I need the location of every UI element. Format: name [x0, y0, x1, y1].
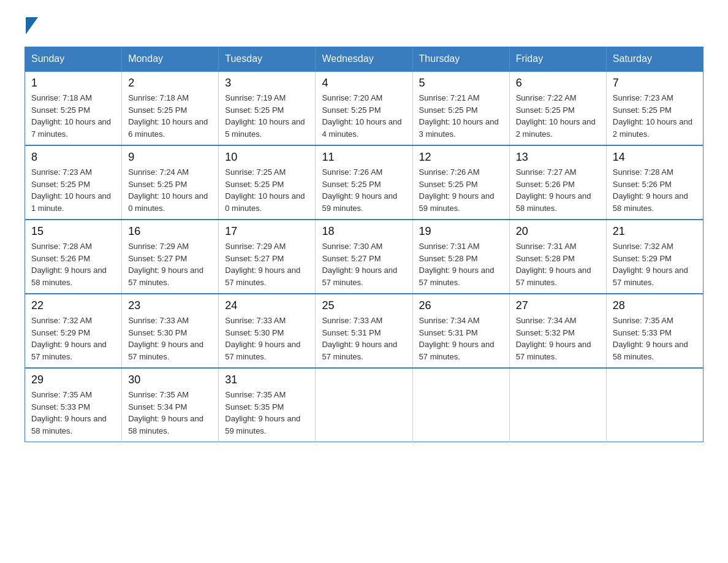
day-cell: 16Sunrise: 7:29 AMSunset: 5:27 PMDayligh… [122, 220, 219, 294]
day-info: Sunrise: 7:35 AMSunset: 5:33 PMDaylight:… [613, 315, 697, 362]
day-number: 31 [225, 373, 309, 386]
day-info: Sunrise: 7:27 AMSunset: 5:26 PMDaylight:… [516, 166, 600, 214]
day-number: 4 [322, 77, 406, 90]
day-cell: 8Sunrise: 7:23 AMSunset: 5:25 PMDaylight… [25, 145, 122, 220]
day-number: 21 [613, 225, 697, 238]
day-cell: 29Sunrise: 7:35 AMSunset: 5:33 PMDayligh… [25, 368, 122, 442]
day-cell: 23Sunrise: 7:33 AMSunset: 5:30 PMDayligh… [122, 294, 219, 368]
day-cell: 10Sunrise: 7:25 AMSunset: 5:25 PMDayligh… [219, 145, 316, 220]
day-number: 11 [322, 151, 406, 164]
day-number: 10 [225, 151, 309, 164]
day-cell: 9Sunrise: 7:24 AMSunset: 5:25 PMDaylight… [122, 145, 219, 220]
week-row-4: 22Sunrise: 7:32 AMSunset: 5:29 PMDayligh… [25, 294, 703, 368]
day-cell [606, 368, 703, 442]
day-cell: 12Sunrise: 7:26 AMSunset: 5:25 PMDayligh… [412, 145, 509, 220]
day-info: Sunrise: 7:28 AMSunset: 5:26 PMDaylight:… [31, 240, 115, 288]
day-cell: 13Sunrise: 7:27 AMSunset: 5:26 PMDayligh… [509, 145, 606, 220]
day-number: 16 [128, 225, 212, 238]
header-sunday: Sunday [25, 47, 122, 72]
header-thursday: Thursday [412, 47, 509, 72]
page-header [25, 18, 703, 34]
day-cell: 1Sunrise: 7:18 AMSunset: 5:25 PMDaylight… [25, 71, 122, 145]
week-row-1: 1Sunrise: 7:18 AMSunset: 5:25 PMDaylight… [25, 71, 703, 145]
day-info: Sunrise: 7:31 AMSunset: 5:28 PMDaylight:… [419, 240, 503, 288]
logo-triangle-icon [26, 17, 38, 34]
logo [25, 18, 38, 34]
day-number: 1 [31, 77, 115, 90]
day-cell: 25Sunrise: 7:33 AMSunset: 5:31 PMDayligh… [316, 294, 412, 368]
day-cell: 21Sunrise: 7:32 AMSunset: 5:29 PMDayligh… [606, 220, 703, 294]
day-number: 12 [419, 151, 503, 164]
day-info: Sunrise: 7:18 AMSunset: 5:25 PMDaylight:… [128, 92, 212, 140]
header-tuesday: Tuesday [219, 47, 316, 72]
day-cell: 20Sunrise: 7:31 AMSunset: 5:28 PMDayligh… [509, 220, 606, 294]
day-number: 24 [225, 299, 309, 312]
day-number: 23 [128, 299, 212, 312]
day-info: Sunrise: 7:19 AMSunset: 5:25 PMDaylight:… [225, 92, 309, 140]
header-monday: Monday [122, 47, 219, 72]
week-row-2: 8Sunrise: 7:23 AMSunset: 5:25 PMDaylight… [25, 145, 703, 220]
day-info: Sunrise: 7:33 AMSunset: 5:30 PMDaylight:… [128, 315, 212, 362]
day-number: 28 [613, 299, 697, 312]
day-info: Sunrise: 7:35 AMSunset: 5:34 PMDaylight:… [128, 389, 212, 437]
day-number: 26 [419, 299, 503, 312]
header-friday: Friday [509, 47, 606, 72]
day-number: 6 [516, 77, 600, 90]
day-cell [316, 368, 412, 442]
day-number: 29 [31, 373, 115, 386]
day-info: Sunrise: 7:25 AMSunset: 5:25 PMDaylight:… [225, 166, 309, 214]
day-info: Sunrise: 7:31 AMSunset: 5:28 PMDaylight:… [516, 240, 600, 288]
day-number: 19 [419, 225, 503, 238]
day-cell: 30Sunrise: 7:35 AMSunset: 5:34 PMDayligh… [122, 368, 219, 442]
day-number: 17 [225, 225, 309, 238]
day-cell: 24Sunrise: 7:33 AMSunset: 5:30 PMDayligh… [219, 294, 316, 368]
day-info: Sunrise: 7:23 AMSunset: 5:25 PMDaylight:… [31, 166, 115, 214]
day-info: Sunrise: 7:32 AMSunset: 5:29 PMDaylight:… [613, 240, 697, 288]
day-cell: 4Sunrise: 7:20 AMSunset: 5:25 PMDaylight… [316, 71, 412, 145]
svg-marker-0 [26, 17, 38, 34]
day-cell: 18Sunrise: 7:30 AMSunset: 5:27 PMDayligh… [316, 220, 412, 294]
day-cell: 3Sunrise: 7:19 AMSunset: 5:25 PMDaylight… [219, 71, 316, 145]
day-info: Sunrise: 7:20 AMSunset: 5:25 PMDaylight:… [322, 92, 406, 140]
day-cell: 5Sunrise: 7:21 AMSunset: 5:25 PMDaylight… [412, 71, 509, 145]
day-info: Sunrise: 7:29 AMSunset: 5:27 PMDaylight:… [225, 240, 309, 288]
day-info: Sunrise: 7:35 AMSunset: 5:33 PMDaylight:… [31, 389, 115, 437]
day-info: Sunrise: 7:34 AMSunset: 5:32 PMDaylight:… [516, 315, 600, 362]
day-info: Sunrise: 7:26 AMSunset: 5:25 PMDaylight:… [322, 166, 406, 214]
day-number: 25 [322, 299, 406, 312]
day-number: 3 [225, 77, 309, 90]
day-number: 30 [128, 373, 212, 386]
day-info: Sunrise: 7:21 AMSunset: 5:25 PMDaylight:… [419, 92, 503, 140]
day-number: 27 [516, 299, 600, 312]
day-info: Sunrise: 7:30 AMSunset: 5:27 PMDaylight:… [322, 240, 406, 288]
day-cell: 7Sunrise: 7:23 AMSunset: 5:25 PMDaylight… [606, 71, 703, 145]
day-cell: 11Sunrise: 7:26 AMSunset: 5:25 PMDayligh… [316, 145, 412, 220]
day-info: Sunrise: 7:26 AMSunset: 5:25 PMDaylight:… [419, 166, 503, 214]
day-cell: 17Sunrise: 7:29 AMSunset: 5:27 PMDayligh… [219, 220, 316, 294]
day-number: 22 [31, 299, 115, 312]
header-saturday: Saturday [606, 47, 703, 72]
day-cell: 15Sunrise: 7:28 AMSunset: 5:26 PMDayligh… [25, 220, 122, 294]
day-number: 5 [419, 77, 503, 90]
day-info: Sunrise: 7:34 AMSunset: 5:31 PMDaylight:… [419, 315, 503, 362]
day-cell: 6Sunrise: 7:22 AMSunset: 5:25 PMDaylight… [509, 71, 606, 145]
day-cell: 28Sunrise: 7:35 AMSunset: 5:33 PMDayligh… [606, 294, 703, 368]
day-info: Sunrise: 7:18 AMSunset: 5:25 PMDaylight:… [31, 92, 115, 140]
day-number: 9 [128, 151, 212, 164]
day-cell: 14Sunrise: 7:28 AMSunset: 5:26 PMDayligh… [606, 145, 703, 220]
day-number: 14 [613, 151, 697, 164]
day-info: Sunrise: 7:28 AMSunset: 5:26 PMDaylight:… [613, 166, 697, 214]
day-number: 15 [31, 225, 115, 238]
day-number: 7 [613, 77, 697, 90]
day-cell: 19Sunrise: 7:31 AMSunset: 5:28 PMDayligh… [412, 220, 509, 294]
day-info: Sunrise: 7:22 AMSunset: 5:25 PMDaylight:… [516, 92, 600, 140]
day-cell [412, 368, 509, 442]
day-info: Sunrise: 7:32 AMSunset: 5:29 PMDaylight:… [31, 315, 115, 362]
day-number: 13 [516, 151, 600, 164]
day-number: 8 [31, 151, 115, 164]
day-number: 18 [322, 225, 406, 238]
day-info: Sunrise: 7:33 AMSunset: 5:30 PMDaylight:… [225, 315, 309, 362]
week-row-3: 15Sunrise: 7:28 AMSunset: 5:26 PMDayligh… [25, 220, 703, 294]
week-row-5: 29Sunrise: 7:35 AMSunset: 5:33 PMDayligh… [25, 368, 703, 442]
day-info: Sunrise: 7:23 AMSunset: 5:25 PMDaylight:… [613, 92, 697, 140]
